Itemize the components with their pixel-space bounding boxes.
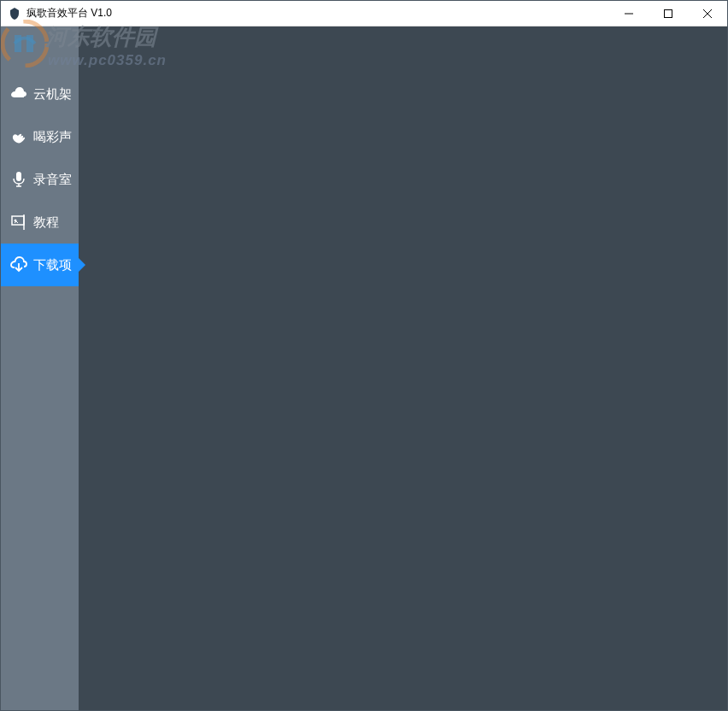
cloud-icon bbox=[9, 85, 28, 103]
content-area bbox=[79, 26, 727, 710]
sidebar-item-downloads[interactable]: 下载项 bbox=[1, 244, 79, 286]
app-icon bbox=[8, 7, 21, 21]
sidebar-item-label: 教程 bbox=[33, 214, 59, 231]
sidebar-item-cloud-rack[interactable]: 云机架 bbox=[1, 73, 79, 115]
sidebar-item-applause[interactable]: 喝彩声 bbox=[1, 115, 79, 158]
titlebar: 疯歌音效平台 V1.0 bbox=[1, 1, 727, 26]
microphone-icon bbox=[9, 170, 28, 189]
sidebar-item-recording-studio[interactable]: 录音室 bbox=[1, 158, 79, 201]
close-button[interactable] bbox=[688, 1, 727, 26]
tutorial-icon bbox=[9, 213, 28, 232]
maximize-button[interactable] bbox=[649, 1, 688, 26]
sidebar-item-label: 下载项 bbox=[33, 257, 72, 273]
sidebar-item-label: 录音室 bbox=[33, 172, 72, 188]
sidebar-item-label: 云机架 bbox=[33, 86, 72, 103]
download-cloud-icon bbox=[9, 256, 28, 274]
sidebar-item-label: 喝彩声 bbox=[33, 129, 72, 145]
svg-rect-10 bbox=[12, 216, 24, 225]
minimize-button[interactable] bbox=[609, 1, 649, 26]
window-controls bbox=[609, 1, 727, 26]
svg-rect-7 bbox=[16, 172, 21, 181]
app-window: 疯歌音效平台 V1.0 河东软件园 www.pc0359.cn bbox=[0, 0, 728, 711]
applause-icon bbox=[9, 127, 28, 146]
svg-rect-1 bbox=[665, 9, 672, 17]
sidebar-item-tutorial[interactable]: 教程 bbox=[1, 201, 79, 244]
window-title: 疯歌音效平台 V1.0 bbox=[26, 6, 609, 21]
sidebar: 云机架 喝彩声 录音室 教程 bbox=[1, 26, 79, 710]
app-body: 河东软件园 www.pc0359.cn 云机架 喝彩声 录音室 bbox=[1, 26, 727, 710]
